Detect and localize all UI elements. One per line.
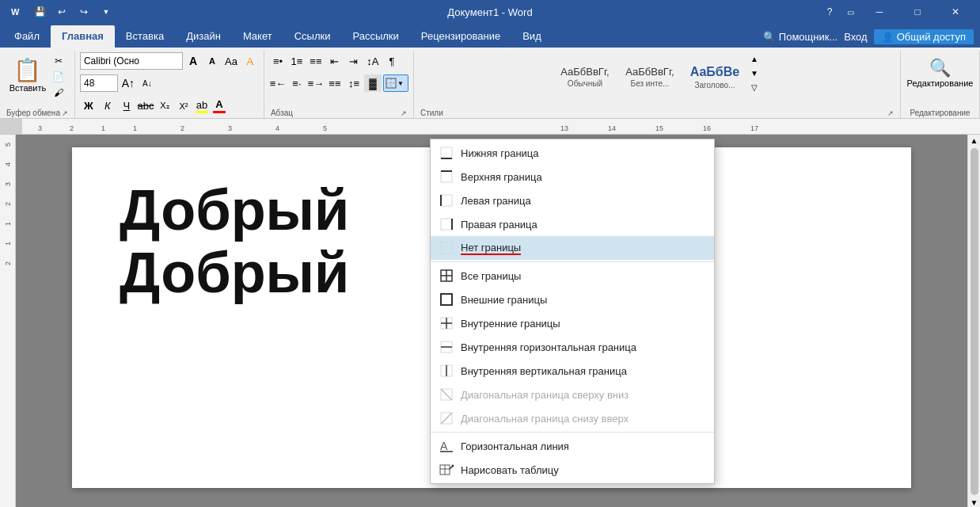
diag-down-border-icon (439, 387, 454, 402)
tab-mailings[interactable]: Рассылки (341, 25, 409, 48)
tab-home[interactable]: Главная (51, 25, 115, 48)
menu-item-inside-borders[interactable]: Внутренние границы (431, 311, 714, 335)
show-formatting-button[interactable]: ¶ (383, 52, 401, 70)
align-left-button[interactable]: ≡← (269, 74, 287, 92)
menu-item-left-border[interactable]: Левая граница (431, 189, 714, 212)
scroll-down-button[interactable]: ▼ (971, 498, 978, 507)
font-name-input[interactable] (80, 52, 183, 70)
align-right-button[interactable]: ≡→ (307, 74, 325, 92)
maximize-button[interactable]: □ (899, 0, 936, 24)
svg-rect-7 (441, 171, 452, 182)
top-border-icon (439, 169, 454, 185)
close-button[interactable]: ✕ (937, 0, 974, 24)
styles-label: Стили (420, 109, 443, 117)
increase-indent-button[interactable]: ⇥ (345, 52, 363, 70)
tab-file[interactable]: Файл (3, 25, 51, 48)
vertical-ruler: 2112345 (0, 135, 16, 507)
style-no-spacing-preview: АаБбВвГг, (625, 66, 674, 78)
change-case-button[interactable]: Aa (222, 52, 240, 70)
ribbon-display-button[interactable]: ▭ (841, 2, 860, 21)
shading-button[interactable]: ▓ (364, 74, 382, 92)
menu-item-horiz-line[interactable]: A Горизонтальная линия (431, 434, 714, 458)
vertical-scrollbar[interactable]: ▲ ▼ (967, 135, 980, 507)
menu-item-top-border[interactable]: Верхняя граница (431, 165, 714, 189)
tab-insert[interactable]: Вставка (115, 25, 175, 48)
minimize-button[interactable]: ─ (861, 0, 898, 24)
justify-button[interactable]: ≡≡ (326, 74, 344, 92)
style-heading1[interactable]: АаБбВе Заголово... (683, 52, 746, 101)
font-color-button[interactable]: A (211, 97, 227, 115)
font-size-decrease[interactable]: A (203, 52, 221, 70)
italic-button[interactable]: К (99, 97, 116, 115)
underline-button[interactable]: Ч (118, 97, 135, 115)
tab-review[interactable]: Рецензирование (410, 25, 511, 48)
numbering-button[interactable]: 1≡ (288, 52, 306, 70)
svg-line-28 (441, 413, 452, 424)
scroll-thumb[interactable] (971, 148, 978, 495)
customize-qa-button[interactable]: ▼ (97, 2, 116, 21)
undo-button[interactable]: ↩ (52, 2, 71, 21)
strikethrough-button[interactable]: abc (137, 97, 154, 115)
menu-item-bottom-border[interactable]: Нижняя граница (431, 141, 714, 165)
multilevel-list-button[interactable]: ≡≡ (307, 52, 325, 70)
styles-expand-icon[interactable]: ↗ (887, 109, 894, 117)
cut-button[interactable]: ✂ (50, 54, 67, 68)
superscript-button[interactable]: X² (175, 97, 192, 115)
text-highlight-button[interactable]: ab (194, 97, 210, 115)
styles-group: АаБбВвГг, Обычный АаБбВвГг, Без инте... … (414, 51, 901, 118)
redo-button[interactable]: ↪ (74, 2, 93, 21)
ruler-left-margin (0, 119, 22, 134)
horiz-line-icon: A (439, 438, 454, 454)
left-border-icon (439, 193, 454, 208)
bullets-button[interactable]: ≡• (269, 52, 287, 70)
style-normal[interactable]: АаБбВвГг, Обычный (553, 52, 617, 101)
styles-scroll-buttons: ▲ ▼ ▽ (748, 52, 761, 93)
font-size-down-button[interactable]: A↓ (139, 74, 156, 92)
text-effects-button[interactable]: A (241, 52, 259, 70)
tab-layout[interactable]: Макет (232, 25, 283, 48)
assistant-button[interactable]: 🔍 Помощник... (763, 31, 838, 43)
copy-button[interactable]: 📄 (50, 70, 67, 84)
paragraph-expand-icon[interactable]: ↗ (401, 109, 407, 117)
menu-item-inside-v-border[interactable]: Внутренняя вертикальная граница (431, 359, 714, 383)
ruler-marks: 3 2 1 1 2 3 4 5 13 14 15 16 17 (22, 119, 980, 134)
clipboard-expand-icon[interactable]: ↗ (62, 109, 68, 117)
align-center-button[interactable]: ≡· (288, 74, 306, 92)
menu-item-all-borders[interactable]: Все границы (431, 264, 714, 288)
font-size-up-button[interactable]: A↑ (120, 74, 137, 92)
subscript-button[interactable]: X₂ (156, 97, 173, 115)
styles-scroll-up[interactable]: ▲ (748, 52, 761, 65)
menu-item-right-border[interactable]: Правая граница (431, 212, 714, 236)
scroll-up-button[interactable]: ▲ (971, 136, 978, 145)
title-left: W 💾 ↩ ↪ ▼ (6, 2, 116, 21)
style-no-spacing-label: Без инте... (631, 79, 670, 88)
tab-view[interactable]: Вид (511, 25, 553, 48)
menu-item-no-border[interactable]: Нет границы (431, 236, 714, 260)
menu-item-outside-borders[interactable]: Внешние границы (431, 288, 714, 311)
svg-text:W: W (11, 7, 20, 17)
signin-button[interactable]: Вход (844, 31, 867, 43)
decrease-indent-button[interactable]: ⇤ (326, 52, 344, 70)
font-size-input[interactable] (80, 74, 118, 92)
font-size-increase[interactable]: A (184, 52, 202, 70)
sort-button[interactable]: ↕A (364, 52, 382, 70)
line-spacing-button[interactable]: ↕≡ (345, 74, 363, 92)
border-dropdown-button[interactable]: ▼ (383, 74, 408, 92)
styles-expand[interactable]: ▽ (748, 81, 761, 93)
tab-references[interactable]: Ссылки (283, 25, 342, 48)
save-button[interactable]: 💾 (30, 2, 49, 21)
styles-scroll-down[interactable]: ▼ (748, 67, 761, 79)
format-painter-button[interactable]: 🖌 (50, 86, 67, 100)
tab-design[interactable]: Дизайн (175, 25, 232, 48)
editing-main-button[interactable]: 🔍 Редактирование (913, 52, 968, 93)
bold-button[interactable]: Ж (80, 97, 97, 115)
font-content: A A Aa A A↑ A↓ Ж К Ч abc X₂ X² ab (80, 52, 259, 118)
style-no-spacing[interactable]: АаБбВвГг, Без инте... (618, 52, 682, 101)
top-border-label: Верхняя граница (461, 171, 542, 183)
paste-button[interactable]: 📋 Вставить (7, 52, 48, 100)
share-button[interactable]: 👤 Общий доступ (874, 29, 974, 44)
menu-item-draw-table[interactable]: Нарисовать таблицу (431, 458, 714, 482)
diag-up-border-icon (439, 410, 454, 426)
help-icon[interactable]: ? (820, 2, 839, 21)
menu-item-inside-h-border[interactable]: Внутренняя горизонтальная граница (431, 335, 714, 359)
